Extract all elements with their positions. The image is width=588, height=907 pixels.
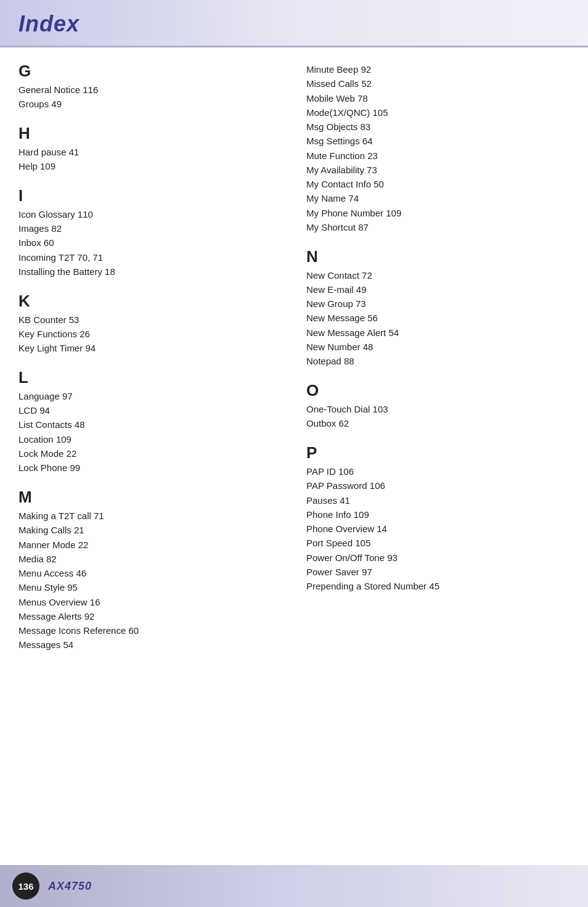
page-title: Index [18, 11, 80, 36]
list-item: Outbox 62 [306, 416, 570, 430]
list-item: Message Icons Reference 60 [18, 623, 282, 638]
index-section: IIcon Glossary 110Images 82Inbox 60Incom… [18, 187, 282, 279]
list-item: My Phone Number 109 [306, 206, 570, 220]
list-item: Making a T2T call 71 [18, 509, 282, 523]
section-items: Minute Beep 92Missed Calls 52Mobile Web … [306, 62, 570, 234]
list-item: KB Counter 53 [18, 313, 282, 327]
section-letter: L [18, 369, 282, 387]
list-item: New Message 56 [306, 311, 570, 325]
list-item: My Name 74 [306, 191, 570, 205]
section-items: Icon Glossary 110Images 82Inbox 60Incomi… [18, 207, 282, 279]
list-item: Inbox 60 [18, 236, 282, 250]
list-item: Missed Calls 52 [306, 76, 570, 91]
section-items: One-Touch Dial 103Outbox 62 [306, 402, 570, 431]
page-number-badge: 136 [12, 872, 39, 900]
list-item: Lock Mode 22 [18, 446, 282, 461]
list-item: New Group 73 [306, 297, 570, 311]
index-section: LLanguage 97LCD 94List Contacts 48Locati… [18, 369, 282, 475]
list-item: PAP ID 106 [306, 464, 570, 478]
list-item: Msg Settings 64 [306, 134, 570, 148]
section-letter: I [18, 187, 282, 205]
list-item: Making Calls 21 [18, 523, 282, 537]
list-item: Manner Mode 22 [18, 538, 282, 552]
list-item: Key Light Timer 94 [18, 341, 282, 355]
section-items: Making a T2T call 71Making Calls 21Manne… [18, 509, 282, 652]
list-item: Menu Style 95 [18, 580, 282, 594]
list-item: Menu Access 46 [18, 566, 282, 580]
list-item: Installing the Battery 18 [18, 265, 282, 279]
list-item: Menus Overview 16 [18, 595, 282, 609]
list-item: Language 97 [18, 389, 282, 403]
list-item: List Contacts 48 [18, 417, 282, 432]
section-letter: M [18, 488, 282, 506]
section-letter: H [18, 125, 282, 142]
section-items: PAP ID 106PAP Password 106Pauses 41Phone… [306, 464, 570, 593]
page-number: 136 [18, 881, 33, 892]
list-item: Groups 49 [18, 97, 282, 111]
index-section: OOne-Touch Dial 103Outbox 62 [306, 382, 570, 430]
model-name: AX4750 [48, 880, 92, 893]
list-item: Phone Info 109 [306, 507, 570, 522]
list-item: My Contact Info 50 [306, 177, 570, 191]
list-item: Power On/Off Tone 93 [306, 551, 570, 565]
list-item: Msg Objects 83 [306, 120, 570, 134]
list-item: Prepending a Stored Number 45 [306, 579, 570, 593]
list-item: Mode(1X/QNC) 105 [306, 105, 570, 120]
index-section: GGeneral Notice 116Groups 49 [18, 62, 282, 111]
section-letter: P [306, 444, 570, 462]
index-section: PPAP ID 106PAP Password 106Pauses 41Phon… [306, 444, 570, 593]
list-item: Images 82 [18, 221, 282, 236]
list-item: New Number 48 [306, 340, 570, 354]
list-item: Phone Overview 14 [306, 522, 570, 536]
section-items: KB Counter 53Key Functions 26Key Light T… [18, 313, 282, 356]
list-item: Message Alerts 92 [18, 609, 282, 623]
list-item: Incoming T2T 70, 71 [18, 250, 282, 265]
section-letter: G [18, 62, 282, 80]
list-item: Power Saver 97 [306, 565, 570, 579]
section-items: General Notice 116Groups 49 [18, 83, 282, 112]
page-header: Index [0, 0, 588, 46]
list-item: Mute Function 23 [306, 149, 570, 163]
list-item: New E-mail 49 [306, 282, 570, 297]
list-item: PAP Password 106 [306, 478, 570, 493]
list-item: LCD 94 [18, 403, 282, 417]
index-section: KKB Counter 53Key Functions 26Key Light … [18, 292, 282, 355]
list-item: Mobile Web 78 [306, 91, 570, 105]
list-item: General Notice 116 [18, 83, 282, 97]
list-item: Messages 54 [18, 638, 282, 652]
list-item: One-Touch Dial 103 [306, 402, 570, 416]
list-item: Icon Glossary 110 [18, 207, 282, 221]
left-column: GGeneral Notice 116Groups 49HHard pause … [18, 62, 300, 666]
index-section: MMaking a T2T call 71Making Calls 21Mann… [18, 488, 282, 652]
list-item: Hard pause 41 [18, 145, 282, 159]
section-items: Language 97LCD 94List Contacts 48Locatio… [18, 389, 282, 475]
index-section: Minute Beep 92Missed Calls 52Mobile Web … [306, 62, 570, 234]
index-section: NNew Contact 72New E-mail 49New Group 73… [306, 248, 570, 368]
section-items: New Contact 72New E-mail 49New Group 73N… [306, 268, 570, 369]
section-items: Hard pause 41Help 109 [18, 145, 282, 174]
list-item: Lock Phone 99 [18, 461, 282, 475]
list-item: New Message Alert 54 [306, 326, 570, 340]
list-item: My Availability 73 [306, 163, 570, 177]
list-item: Port Speed 105 [306, 536, 570, 550]
list-item: Notepad 88 [306, 354, 570, 368]
list-item: Pauses 41 [306, 493, 570, 507]
list-item: New Contact 72 [306, 268, 570, 282]
page-footer: 136 AX4750 [0, 865, 588, 907]
list-item: Help 109 [18, 159, 282, 173]
list-item: Media 82 [18, 552, 282, 566]
index-content: GGeneral Notice 116Groups 49HHard pause … [0, 47, 588, 681]
list-item: Minute Beep 92 [306, 62, 570, 76]
section-letter: O [306, 382, 570, 400]
list-item: Location 109 [18, 432, 282, 446]
list-item: Key Functions 26 [18, 327, 282, 341]
section-letter: N [306, 248, 570, 266]
section-letter: K [18, 292, 282, 310]
right-column: Minute Beep 92Missed Calls 52Mobile Web … [300, 62, 570, 666]
list-item: My Shortcut 87 [306, 220, 570, 234]
index-section: HHard pause 41Help 109 [18, 125, 282, 173]
